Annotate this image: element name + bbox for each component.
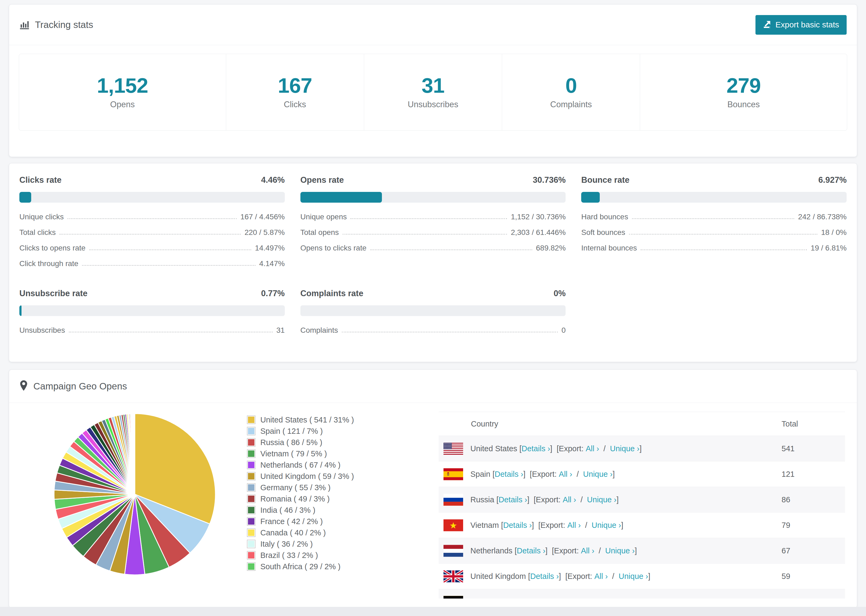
legend-label: Spain ( 121 / 7% ): [260, 427, 323, 436]
legend-label: France ( 42 / 2% ): [260, 517, 323, 526]
export-basic-stats-button[interactable]: Export basic stats: [756, 15, 847, 35]
rate-row-value: 14.497%: [255, 244, 285, 253]
legend-swatch: [247, 506, 255, 514]
progress-bar: [581, 192, 847, 203]
details-link[interactable]: Details ›: [503, 521, 532, 530]
progress-bar-fill: [581, 192, 600, 203]
rate-row-value: 689.82%: [536, 244, 566, 253]
legend-label: Canada ( 40 / 2% ): [260, 528, 326, 537]
rates-card: Clicks rate 4.46% Unique clicks 167 / 4.…: [9, 163, 857, 362]
stat-value: 167: [278, 75, 312, 96]
rate-detail-row: Soft bounces 18 / 0%: [581, 228, 847, 237]
details-link[interactable]: Details ›: [494, 470, 523, 478]
stat-label: Opens: [110, 100, 135, 109]
export-all-link[interactable]: All ›: [581, 546, 594, 555]
export-all-link[interactable]: All ›: [586, 444, 599, 453]
table-row-us: United States [Details ›] [Export: All ›…: [439, 436, 845, 462]
rate-section-clicks-rate: Clicks rate 4.46% Unique clicks 167 / 4.…: [19, 175, 285, 275]
rate-row-label: Unsubscribes: [19, 326, 65, 335]
export-unique-link[interactable]: Unique ›: [592, 521, 621, 530]
legend-item-spain[interactable]: Spain ( 121 / 7% ): [247, 426, 354, 437]
legend-swatch: [247, 449, 255, 458]
rate-row-label: Click through rate: [19, 259, 78, 268]
details-link[interactable]: Details ›: [499, 495, 527, 504]
legend-item-india[interactable]: India ( 46 / 3% ): [247, 504, 354, 516]
progress-bar-fill: [19, 192, 31, 203]
rate-detail-row: Total clicks 220 / 5.87%: [19, 228, 285, 237]
export-unique-link[interactable]: Unique ›: [610, 444, 639, 453]
export-all-link[interactable]: All ›: [594, 572, 608, 580]
flag-es-icon: [444, 468, 463, 480]
rate-row-value: 4.147%: [259, 259, 285, 268]
export-all-link[interactable]: All ›: [559, 470, 572, 478]
legend-item-italy[interactable]: Italy ( 36 / 2% ): [247, 538, 354, 550]
export-all-link[interactable]: All ›: [567, 521, 581, 530]
rate-row-label: Opens to clicks rate: [301, 244, 367, 253]
legend-label: South Africa ( 29 / 2% ): [260, 562, 340, 571]
rate-row-value: 31: [277, 326, 285, 335]
details-link[interactable]: Details ›: [521, 444, 550, 453]
legend-item-united-kingdom[interactable]: United Kingdom ( 59 / 3% ): [247, 471, 354, 482]
legend-swatch: [247, 427, 255, 435]
legend-item-united-states[interactable]: United States ( 541 / 31% ): [247, 414, 354, 426]
rate-detail-row: Clicks to opens rate 14.497%: [19, 244, 285, 253]
legend-item-germany[interactable]: Germany ( 55 / 3% ): [247, 482, 354, 493]
legend-label: Netherlands ( 67 / 4% ): [260, 460, 340, 470]
table-row-gb: United Kingdom [Details ›] [Export: All …: [439, 564, 845, 589]
legend-item-france[interactable]: France ( 42 / 2% ): [247, 516, 354, 527]
rate-detail-row: Unsubscribes 31: [19, 326, 285, 335]
export-unique-link[interactable]: Unique ›: [583, 470, 612, 478]
legend-item-russia[interactable]: Russia ( 86 / 5% ): [247, 437, 354, 448]
country-name: Spain: [471, 470, 490, 478]
details-link[interactable]: Details ›: [517, 546, 545, 555]
legend-label: United Kingdom ( 59 / 3% ): [260, 472, 354, 481]
rate-percent: 6.927%: [819, 175, 847, 185]
rate-row-label: Total opens: [301, 228, 339, 237]
stat-box-complaints: 0 Complaints: [502, 54, 640, 130]
rate-row-value: 19 / 6.81%: [811, 244, 847, 253]
dotted-leader: [342, 332, 558, 332]
legend-item-romania[interactable]: Romania ( 49 / 3% ): [247, 493, 354, 504]
legend-item-south-africa[interactable]: South Africa ( 29 / 2% ): [247, 561, 354, 572]
country-total: 55: [781, 597, 845, 599]
details-link[interactable]: Details ›: [530, 572, 559, 580]
details-link[interactable]: Details ›: [507, 597, 535, 599]
export-all-link[interactable]: All ›: [563, 495, 576, 504]
legend-swatch: [247, 472, 255, 481]
flag-de-icon: [444, 596, 463, 599]
rate-row-value: 2,303 / 61.446%: [511, 228, 565, 237]
export-unique-link[interactable]: Unique ›: [595, 597, 625, 599]
country-name: Netherlands: [471, 546, 512, 555]
legend-item-brazil[interactable]: Brazil ( 33 / 2% ): [247, 550, 354, 561]
rate-percent: 30.736%: [533, 175, 565, 185]
column-header-country: Country: [439, 420, 781, 428]
legend-item-vietnam[interactable]: Vietnam ( 79 / 5% ): [247, 448, 354, 459]
export-all-link[interactable]: All ›: [571, 597, 584, 599]
rate-title: Complaints rate: [301, 289, 363, 298]
legend-item-canada[interactable]: Canada ( 40 / 2% ): [247, 527, 354, 538]
stat-box-opens: 1,152 Opens: [19, 54, 226, 130]
rate-detail-row: Hard bounces 242 / 86.738%: [581, 212, 847, 222]
geo-section-title: Campaign Geo Opens: [33, 381, 127, 391]
legend-item-netherlands[interactable]: Netherlands ( 67 / 4% ): [247, 459, 354, 471]
stat-box-unsubscribes: 31 Unsubscribes: [364, 54, 502, 130]
export-unique-link[interactable]: Unique ›: [619, 572, 648, 580]
progress-bar-fill: [19, 305, 22, 316]
rate-detail-row: Internal bounces 19 / 6.81%: [581, 244, 847, 253]
table-header-row: Country Total: [439, 412, 845, 436]
legend-swatch: [247, 460, 255, 469]
country-total: 86: [781, 495, 845, 504]
tracking-stats-header: Tracking stats Export basic stats: [9, 5, 857, 45]
column-header-total: Total: [781, 420, 845, 428]
rate-row-value: 1,152 / 30.736%: [511, 212, 565, 222]
legend-label: Romania ( 49 / 3% ): [260, 495, 330, 503]
stat-label: Unsubscribes: [408, 100, 458, 109]
rate-row-label: Unique opens: [301, 212, 347, 222]
flag-ru-icon: [444, 494, 463, 506]
export-unique-link[interactable]: Unique ›: [605, 546, 635, 555]
export-unique-link[interactable]: Unique ›: [587, 495, 617, 504]
page-title: Tracking stats: [35, 19, 93, 30]
rate-row-label: Clicks to opens rate: [19, 244, 85, 253]
rate-title: Opens rate: [301, 175, 344, 185]
rate-section-unsubscribe-rate: Unsubscribe rate 0.77% Unsubscribes 31: [19, 289, 285, 341]
